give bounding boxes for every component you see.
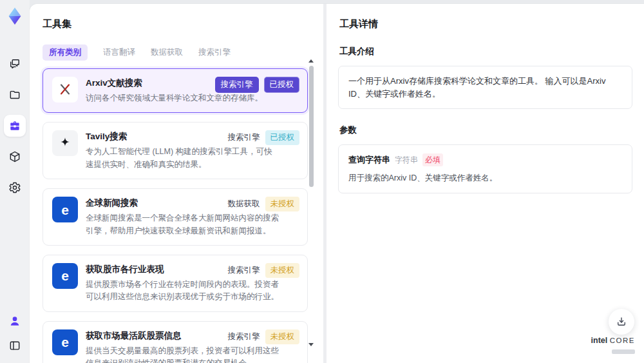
brand-sub-bar bbox=[612, 349, 635, 354]
category-badge: 搜索引擎 bbox=[215, 77, 259, 93]
scrollbar[interactable] bbox=[308, 59, 314, 346]
intro-box: 一个用于从Arxiv存储库搜索科学论文和文章的工具。 输入可以是Arxiv ID… bbox=[338, 66, 632, 109]
category-badge: 搜索引擎 bbox=[228, 265, 260, 276]
parameter-description: 用于搜索的Arxiv ID、关键字或作者姓名。 bbox=[348, 172, 622, 184]
auth-status-badge: 未授权 bbox=[265, 197, 300, 211]
tool-icon bbox=[52, 130, 78, 156]
arxiv-logo-icon bbox=[57, 82, 73, 97]
download-icon bbox=[616, 316, 627, 328]
tool-icon: e bbox=[52, 197, 78, 222]
tool-badges: 搜索引擎未授权 bbox=[228, 329, 300, 344]
parameter-head: 查询字符串字符串必填 bbox=[348, 153, 622, 166]
sidebar-item-chat[interactable] bbox=[4, 53, 26, 75]
parameter-name: 查询字符串 bbox=[348, 153, 390, 166]
sidebar-nav bbox=[4, 53, 26, 199]
brand-core: CORE bbox=[610, 337, 635, 344]
tool-detail-panel: 工具详情 工具介绍 一个用于从Arxiv存储库搜索科学论文和文章的工具。 输入可… bbox=[327, 4, 644, 363]
auth-status-badge: 未授权 bbox=[265, 263, 300, 278]
tool-description: 访问各个研究领域大量科学论文和文章的存储库。 bbox=[86, 92, 279, 104]
sidebar-item-settings[interactable] bbox=[4, 177, 26, 199]
sidebar-item-package[interactable] bbox=[4, 146, 26, 168]
sidebar-item-user-avatar[interactable] bbox=[5, 311, 24, 331]
tool-badges: 搜索引擎已授权 bbox=[228, 130, 300, 145]
tool-list-panel: 工具集 所有类别语言翻译数据获取搜索引擎 Arxiv文献搜索访问各个研究领域大量… bbox=[30, 4, 323, 363]
tool-description: 提供当天交易量最高的股票列表，投资者可以利用这些信息来识别流动性强的股票和潜在的… bbox=[86, 345, 279, 363]
scroll-up-icon[interactable] bbox=[308, 59, 314, 63]
tool-icon: e bbox=[52, 329, 78, 355]
tool-card[interactable]: e全球新闻搜索全球新闻搜索是一个聚合全球各大新闻网站内容的搜索引擎，帮助用户快速… bbox=[43, 188, 308, 246]
tool-card[interactable]: Arxiv文献搜索访问各个研究领域大量科学论文和文章的存储库。搜索引擎已授权 bbox=[43, 68, 308, 113]
page-title: 工具集 bbox=[43, 18, 323, 30]
tool-card[interactable]: e获取市场最活跃股票信息提供当天交易量最高的股票列表，投资者可以利用这些信息来识… bbox=[43, 321, 308, 363]
parameter-type: 字符串 bbox=[395, 154, 418, 166]
auth-status-badge: 未授权 bbox=[265, 329, 300, 344]
sidebar-item-folder[interactable] bbox=[4, 84, 26, 106]
main-surface: 工具集 所有类别语言翻译数据获取搜索引擎 Arxiv文献搜索访问各个研究领域大量… bbox=[30, 4, 644, 363]
params-box: 查询字符串字符串必填用于搜索的Arxiv ID、关键字或作者姓名。 bbox=[338, 144, 632, 193]
news-blue-icon: e bbox=[61, 203, 69, 217]
tool-description: 全球新闻搜索是一个聚合全球各大新闻网站内容的搜索引擎，帮助用户快速获取全球最新资… bbox=[86, 212, 279, 237]
scrollbar-thumb[interactable] bbox=[309, 66, 314, 187]
parameter-required-badge: 必填 bbox=[422, 153, 443, 166]
category-badge: 数据获取 bbox=[228, 199, 260, 210]
tool-description: 提供股票市场各个行业在特定时间段内的表现。投资者可以利用这些信息来识别表现优于或… bbox=[86, 279, 279, 304]
parameter-row: 查询字符串字符串必填用于搜索的Arxiv ID、关键字或作者姓名。 bbox=[348, 153, 622, 184]
download-button[interactable] bbox=[609, 309, 634, 335]
tab-category[interactable]: 语言翻译 bbox=[103, 47, 135, 58]
tool-badges: 搜索引擎未授权 bbox=[228, 263, 300, 278]
tool-card[interactable]: Tavily搜索专为人工智能代理 (LLM) 构建的搜索引擎工具，可快速提供实时… bbox=[43, 122, 308, 179]
tool-badges: 数据获取未授权 bbox=[228, 197, 300, 211]
sidebar-item-briefcase[interactable] bbox=[4, 115, 26, 137]
intel-core-logo: intel CORE bbox=[591, 337, 635, 357]
sidebar-bottom bbox=[5, 311, 24, 355]
tool-card[interactable]: e获取股市各行业表现提供股票市场各个行业在特定时间段内的表现。投资者可以利用这些… bbox=[43, 255, 308, 312]
user-avatar-icon bbox=[8, 315, 21, 328]
category-tabs: 所有类别语言翻译数据获取搜索引擎 bbox=[43, 44, 323, 61]
tool-icon bbox=[52, 77, 78, 103]
param-list: 查询字符串字符串必填用于搜索的Arxiv ID、关键字或作者姓名。 bbox=[348, 153, 622, 184]
package-icon bbox=[8, 150, 21, 163]
detail-title: 工具详情 bbox=[339, 18, 634, 30]
settings-icon bbox=[8, 181, 21, 194]
auth-status-badge: 已授权 bbox=[265, 130, 300, 145]
news-blue-icon: e bbox=[61, 269, 69, 282]
tab-category[interactable]: 所有类别 bbox=[43, 44, 88, 61]
panel-toggle-icon bbox=[8, 339, 21, 352]
auth-status-badge: 已授权 bbox=[264, 77, 300, 93]
tool-badges: 搜索引擎已授权 bbox=[215, 77, 300, 93]
sparkle-icon bbox=[57, 135, 73, 151]
sidebar-rail bbox=[0, 0, 30, 363]
sidebar-item-panel-toggle[interactable] bbox=[5, 336, 24, 355]
news-blue-icon: e bbox=[61, 335, 69, 349]
tab-category[interactable]: 数据获取 bbox=[151, 47, 183, 58]
tool-description: 专为人工智能代理 (LLM) 构建的搜索引擎工具，可快速提供实时、准确和真实的结… bbox=[86, 146, 279, 171]
briefcase-icon bbox=[8, 119, 21, 132]
params-heading: 参数 bbox=[339, 124, 634, 136]
scroll-down-icon[interactable] bbox=[308, 343, 314, 346]
app-logo-icon bbox=[5, 6, 24, 26]
category-badge: 搜索引擎 bbox=[228, 331, 260, 342]
category-badge: 搜索引擎 bbox=[228, 132, 260, 143]
brand-intel: intel bbox=[591, 336, 608, 345]
folder-icon bbox=[8, 88, 21, 101]
tool-list: Arxiv文献搜索访问各个研究领域大量科学论文和文章的存储库。搜索引擎已授权Ta… bbox=[43, 68, 308, 363]
tool-icon: e bbox=[52, 263, 78, 289]
intro-heading: 工具介绍 bbox=[339, 46, 634, 57]
chat-icon bbox=[8, 57, 21, 70]
tab-category[interactable]: 搜索引擎 bbox=[198, 47, 231, 58]
